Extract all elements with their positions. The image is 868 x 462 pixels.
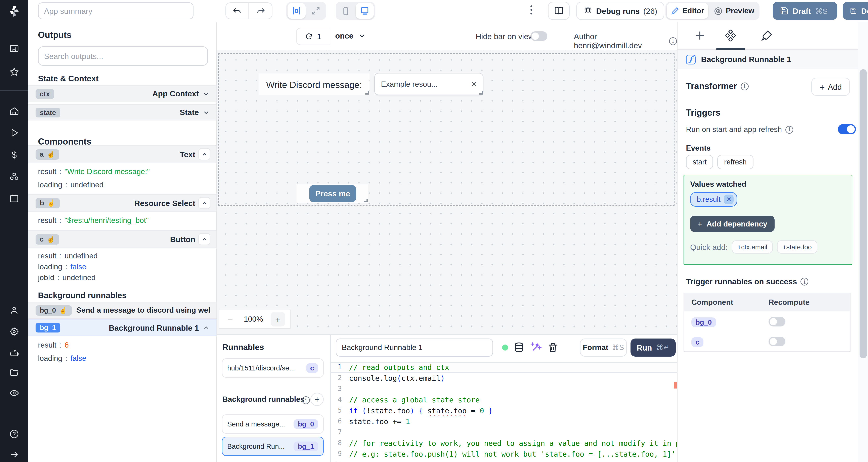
scrollbar-thumb[interactable] — [860, 69, 867, 358]
output-row-ctx[interactable]: ctx App Context — [28, 85, 217, 102]
home-icon[interactable] — [9, 106, 19, 116]
workspace-icon[interactable] — [9, 43, 19, 54]
add-bg-runnable-button[interactable]: + — [310, 393, 324, 406]
app-summary-input[interactable] — [38, 2, 193, 19]
deploy-button[interactable]: Deploy — [843, 2, 868, 20]
hide-bar-toggle[interactable] — [530, 31, 547, 41]
code-line-2[interactable]: 2console.log(ctx.email) — [331, 373, 677, 384]
tab-settings-diamonds-icon[interactable] — [724, 30, 737, 41]
a-badge: a — [40, 151, 43, 158]
info-icon[interactable]: i — [801, 278, 808, 286]
output-row-a[interactable]: a☝ Text — [28, 145, 217, 163]
output-row-c[interactable]: c☝ Button — [28, 230, 217, 248]
debug-runs-button[interactable]: Debug runs (26) — [576, 2, 664, 20]
quick-add-ctx-email[interactable]: +ctx.email — [732, 240, 773, 254]
code-editor[interactable]: 1// read outputs and ctx2console.log(ctx… — [331, 362, 677, 462]
output-row-bg1[interactable]: bg_1 Background Runnable 1 — [28, 319, 217, 336]
search-outputs-input[interactable] — [38, 46, 208, 66]
collapse-b-button[interactable] — [199, 198, 210, 208]
remove-watched-icon[interactable]: ✕ — [724, 195, 734, 204]
info-icon[interactable]: i — [741, 82, 748, 90]
run-on-start-toggle[interactable] — [838, 124, 856, 134]
recompute-toggle-bg0[interactable] — [769, 317, 785, 326]
runnable-item-badge: c — [306, 363, 318, 373]
bg-runnables-list-title: Background runnables — [222, 395, 304, 403]
runs-play-icon[interactable] — [9, 128, 19, 138]
code-line-8[interactable]: 8// for reactivity to work, you need to … — [331, 438, 677, 449]
components-title: Components — [38, 137, 91, 146]
expand-layout-button[interactable] — [307, 3, 325, 19]
tab-add-component-plus-icon[interactable] — [694, 30, 706, 41]
output-row-bg0[interactable]: bg_0☝ Send a message to discord using we… — [28, 302, 217, 319]
event-chip-start[interactable]: start — [686, 155, 713, 169]
resource-select-component[interactable]: Example resou... × — [374, 73, 484, 95]
schedules-calendar-icon[interactable] — [9, 193, 19, 204]
workers-robot-icon[interactable] — [9, 348, 19, 358]
code-line-6[interactable]: 6state.foo += 1 — [331, 416, 677, 427]
output-row-state[interactable]: state State — [28, 104, 217, 121]
tab-theme-brush-icon[interactable] — [761, 30, 773, 41]
settings-gear-icon[interactable] — [9, 327, 19, 337]
more-menu-button[interactable] — [530, 5, 533, 16]
undo-button[interactable] — [226, 3, 249, 19]
desktop-view-button[interactable] — [355, 3, 374, 19]
code-line-9[interactable]: 9// e.g: state.foo.push(1) will not work… — [331, 449, 677, 460]
audit-eye-icon[interactable] — [9, 388, 19, 398]
format-button[interactable]: Format ⌘S — [580, 338, 627, 357]
resize-handle[interactable] — [365, 91, 369, 95]
add-dependency-button[interactable]: + Add dependency — [690, 216, 775, 232]
runnable-item-c[interactable]: hub/1511/discord/se... c — [222, 358, 324, 378]
add-transformer-button[interactable]: +Add — [811, 78, 850, 96]
collapse-arrow-icon[interactable] — [9, 449, 19, 460]
redo-button[interactable] — [249, 3, 272, 19]
bg1-result-value: 6 — [64, 341, 69, 349]
press-me-button[interactable]: Press me — [309, 185, 356, 202]
code-line-1[interactable]: 1// read outputs and ctx — [331, 362, 677, 373]
draft-button[interactable]: Draft ⌘S — [773, 2, 837, 20]
info-icon[interactable]: i — [302, 396, 310, 404]
center-layout-button[interactable] — [287, 3, 306, 19]
resize-handle[interactable] — [479, 91, 483, 95]
script-name-input[interactable] — [336, 338, 493, 357]
info-icon[interactable]: i — [669, 37, 677, 45]
variables-dollar-icon[interactable] — [9, 150, 19, 160]
code-line-7[interactable]: 7 — [331, 427, 677, 438]
resources-cubes-icon[interactable] — [9, 172, 19, 182]
ai-wand-icon[interactable] — [530, 341, 542, 354]
delete-trash-icon[interactable] — [547, 341, 559, 354]
quick-add-state-foo[interactable]: +state.foo — [777, 240, 817, 254]
docs-book-button[interactable] — [548, 2, 569, 20]
tab-preview[interactable]: Preview — [710, 3, 758, 19]
window-scrollbar[interactable] — [858, 22, 868, 462]
zoom-in-button[interactable]: + — [271, 312, 285, 327]
tab-editor[interactable]: Editor — [667, 3, 708, 19]
collapse-c-button[interactable] — [199, 234, 210, 244]
resize-handle[interactable] — [364, 199, 368, 202]
refresh-count-button[interactable]: 1 — [296, 28, 330, 45]
collapse-a-button[interactable] — [199, 149, 210, 160]
text-component[interactable]: Write Discord message: — [258, 73, 370, 95]
code-line-5[interactable]: 5if (!state.foo) { state.foo = 0 } — [331, 405, 677, 416]
clear-selection-icon[interactable]: × — [471, 79, 477, 89]
code-line-10[interactable]: 10// you may also just reassign as next … — [331, 460, 677, 462]
info-icon[interactable]: i — [785, 126, 793, 134]
help-icon[interactable] — [9, 429, 19, 439]
code-line-3[interactable]: 3 — [331, 384, 677, 395]
output-row-b[interactable]: b☝ Resource Select — [28, 194, 217, 212]
app-canvas[interactable]: Write Discord message: Example resou... … — [217, 50, 677, 334]
users-person-icon[interactable] — [9, 305, 19, 316]
folders-icon[interactable] — [9, 367, 19, 378]
windmill-logo-icon[interactable] — [7, 5, 21, 21]
runnable-item-bg0[interactable]: Send a message... bg_0 — [222, 415, 324, 434]
event-chip-refresh[interactable]: refresh — [717, 155, 753, 169]
recompute-toggle-c[interactable] — [769, 336, 785, 346]
watched-value-chip[interactable]: b.result ✕ — [690, 192, 737, 207]
cache-db-icon[interactable] — [513, 341, 525, 354]
run-mode-select[interactable]: once — [335, 31, 366, 40]
runnable-item-bg1-selected[interactable]: Background Run... bg_1 — [222, 437, 324, 456]
code-line-4[interactable]: 4// access a global state store — [331, 395, 677, 405]
favorites-star-icon[interactable] — [9, 67, 19, 77]
run-button[interactable]: Run ⌘↵ — [630, 338, 676, 357]
zoom-out-button[interactable]: − — [224, 314, 236, 325]
mobile-view-button[interactable] — [337, 3, 354, 19]
